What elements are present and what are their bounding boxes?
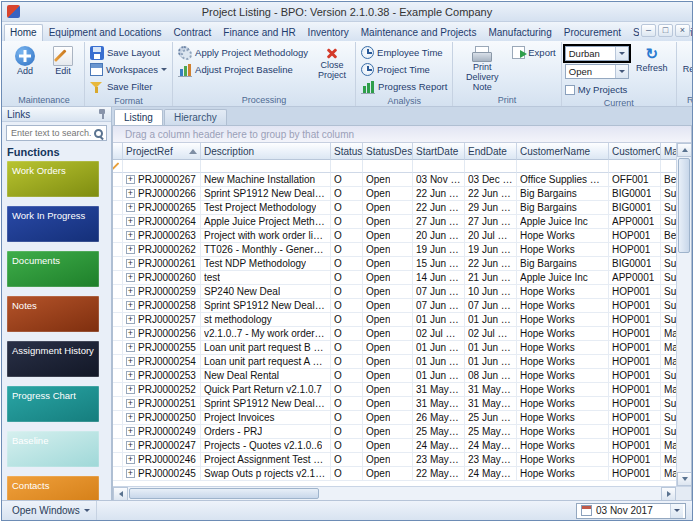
tab-listing[interactable]: Listing bbox=[114, 109, 163, 125]
expand-icon[interactable]: + bbox=[126, 273, 135, 282]
table-row[interactable]: +PRJ0000250Project InvoicesOOpen26 May 2… bbox=[113, 411, 676, 425]
table-row[interactable]: +PRJ0000253New Deal RentalOOpen01 Jun 20… bbox=[113, 369, 676, 383]
apply-project-methodology-button[interactable]: Apply Project Methodology bbox=[176, 44, 310, 61]
column-header-ref[interactable]: ProjectRef bbox=[123, 143, 201, 160]
edit-button[interactable]: Edit bbox=[45, 44, 81, 77]
table-row[interactable]: +PRJ0000262TT026 - Monthly - Generate Pr… bbox=[113, 243, 676, 257]
ribbon-tab-procurement[interactable]: Procurement bbox=[558, 24, 627, 41]
filter-cell-cust[interactable] bbox=[517, 160, 609, 173]
tile-work-orders[interactable]: Work Orders bbox=[7, 161, 99, 197]
pin-icon[interactable] bbox=[96, 108, 108, 120]
chevron-down-icon[interactable] bbox=[670, 504, 683, 518]
column-header-mgr[interactable]: ManagerName bbox=[661, 143, 676, 160]
table-row[interactable]: +PRJ0000259SP240 New DealOOpen07 Jun 201… bbox=[113, 285, 676, 299]
ribbon-tab-inventory[interactable]: Inventory bbox=[302, 24, 355, 41]
chevron-down-icon[interactable] bbox=[615, 65, 628, 78]
expand-icon[interactable]: + bbox=[126, 189, 135, 198]
filter-cell-desc[interactable] bbox=[201, 160, 331, 173]
table-row[interactable]: +PRJ0000267New Machine InstallationOOpen… bbox=[113, 173, 676, 187]
tile-notes[interactable]: Notes bbox=[7, 296, 99, 332]
save-filter-button[interactable]: Save Filter bbox=[88, 78, 169, 95]
horizontal-scrollbar[interactable] bbox=[113, 486, 691, 500]
expand-icon[interactable]: + bbox=[126, 343, 135, 352]
reports-button[interactable]: Reports bbox=[680, 44, 692, 75]
scroll-right-button[interactable] bbox=[661, 487, 676, 500]
tab-hierarchy[interactable]: Hierarchy bbox=[164, 109, 227, 125]
expand-icon[interactable]: + bbox=[126, 245, 135, 254]
filter-cell-end[interactable] bbox=[465, 160, 517, 173]
minimize-button[interactable]: – bbox=[641, 24, 656, 37]
status-dropdown[interactable]: Open bbox=[565, 64, 629, 79]
scroll-left-button[interactable] bbox=[113, 487, 128, 500]
expand-icon[interactable]: + bbox=[126, 441, 135, 450]
adjust-project-baseline-button[interactable]: Adjust Project Baseline bbox=[176, 61, 310, 78]
export-button[interactable]: Export bbox=[510, 44, 557, 61]
filter-cell-code[interactable] bbox=[609, 160, 661, 173]
group-by-panel[interactable]: Drag a column header here to group by th… bbox=[113, 126, 691, 143]
expand-icon[interactable]: + bbox=[126, 357, 135, 366]
tile-baseline[interactable]: Baseline bbox=[7, 431, 99, 467]
horizontal-scroll-thumb[interactable] bbox=[129, 488, 319, 499]
column-header-desc[interactable]: Description bbox=[201, 143, 331, 160]
employee-time-button[interactable]: Employee Time bbox=[359, 44, 449, 61]
filter-cell-mgr[interactable] bbox=[661, 160, 676, 173]
table-row[interactable]: +PRJ0000249Orders - PRJOOpen25 May 20172… bbox=[113, 425, 676, 439]
project-time-button[interactable]: Project Time bbox=[359, 61, 449, 78]
scroll-up-button[interactable] bbox=[677, 143, 691, 157]
table-row[interactable]: +PRJ0000255Loan unit part request B clas… bbox=[113, 341, 676, 355]
close-project-button[interactable]: Close Project bbox=[312, 44, 352, 81]
table-row[interactable]: +PRJ0000252Quick Part Return v2.1.0.7OOp… bbox=[113, 383, 676, 397]
my-projects-checkbox[interactable]: My Projects bbox=[565, 82, 629, 97]
tile-assignment-history[interactable]: Assignment History bbox=[7, 341, 99, 377]
expand-icon[interactable]: + bbox=[126, 315, 135, 324]
search-icon[interactable] bbox=[93, 128, 104, 139]
expand-icon[interactable]: + bbox=[126, 455, 135, 464]
chevron-down-icon[interactable] bbox=[615, 47, 628, 60]
filter-cell-sdesc[interactable] bbox=[363, 160, 413, 173]
expand-icon[interactable]: + bbox=[126, 371, 135, 380]
expand-icon[interactable]: + bbox=[126, 287, 135, 296]
site-dropdown[interactable]: Durban bbox=[565, 46, 629, 61]
table-row[interactable]: +PRJ0000257st methodologyOOpen01 Jun 201… bbox=[113, 313, 676, 327]
refresh-button[interactable]: Refresh bbox=[631, 44, 673, 74]
column-header-status[interactable]: Status bbox=[331, 143, 363, 160]
table-row[interactable]: +PRJ0000246Project Assignment Test v2..0… bbox=[113, 453, 676, 467]
table-row[interactable]: +PRJ0000247Projects - Quotes v2.1.0..6OO… bbox=[113, 439, 676, 453]
expand-icon[interactable]: + bbox=[126, 329, 135, 338]
expand-icon[interactable]: + bbox=[126, 399, 135, 408]
maximize-button[interactable]: □ bbox=[658, 24, 673, 37]
ribbon-tab-finance-and-hr[interactable]: Finance and HR bbox=[217, 24, 301, 41]
table-row[interactable]: +PRJ0000266Sprint SP1912 New Deal SaleOO… bbox=[113, 187, 676, 201]
sidebar-search[interactable] bbox=[6, 125, 107, 141]
vertical-scrollbar[interactable] bbox=[676, 143, 691, 486]
print-delivery-note-button[interactable]: Print Delivery Note bbox=[456, 44, 508, 93]
column-header-code[interactable]: CustomerCode bbox=[609, 143, 661, 160]
expand-icon[interactable]: + bbox=[126, 259, 135, 268]
ribbon-tab-contract[interactable]: Contract bbox=[168, 24, 218, 41]
workspaces-button[interactable]: Workspaces bbox=[88, 61, 169, 78]
table-row[interactable]: +PRJ0000251Sprint SP1912 New Deal SaleOO… bbox=[113, 397, 676, 411]
scroll-down-button[interactable] bbox=[677, 472, 691, 486]
expand-icon[interactable]: + bbox=[126, 301, 135, 310]
table-row[interactable]: +PRJ0000258Sprint SP1912 New Deal SaleOO… bbox=[113, 299, 676, 313]
expand-icon[interactable]: + bbox=[126, 469, 135, 478]
table-row[interactable]: +PRJ0000245Swap Outs p rojects v2.1.0.5O… bbox=[113, 467, 676, 481]
table-row[interactable]: +PRJ0000254Loan unit part request A clas… bbox=[113, 355, 676, 369]
column-header-cust[interactable]: CustomerName bbox=[517, 143, 609, 160]
expand-icon[interactable]: + bbox=[126, 203, 135, 212]
table-row[interactable]: +PRJ0000260testOOpen14 Jun 201721 Jun 20… bbox=[113, 271, 676, 285]
expand-icon[interactable]: + bbox=[126, 175, 135, 184]
filter-cell-ref[interactable] bbox=[123, 160, 201, 173]
filter-cell-status[interactable] bbox=[331, 160, 363, 173]
tile-documents[interactable]: Documents bbox=[7, 251, 99, 287]
ribbon-tab-manufacturing[interactable]: Manufacturing bbox=[482, 24, 557, 41]
save-layout-button[interactable]: Save Layout bbox=[88, 44, 169, 61]
add-button[interactable]: Add bbox=[7, 44, 43, 77]
open-windows-button[interactable]: Open Windows bbox=[6, 501, 97, 520]
tile-contacts[interactable]: Contacts bbox=[7, 476, 99, 500]
expand-icon[interactable]: + bbox=[126, 217, 135, 226]
tile-work-in-progress[interactable]: Work In Progress bbox=[7, 206, 99, 242]
table-row[interactable]: +PRJ0000264Apple Juice Project Methodolo… bbox=[113, 215, 676, 229]
column-header-end[interactable]: EndDate bbox=[465, 143, 517, 160]
column-header-start[interactable]: StartDate bbox=[413, 143, 465, 160]
